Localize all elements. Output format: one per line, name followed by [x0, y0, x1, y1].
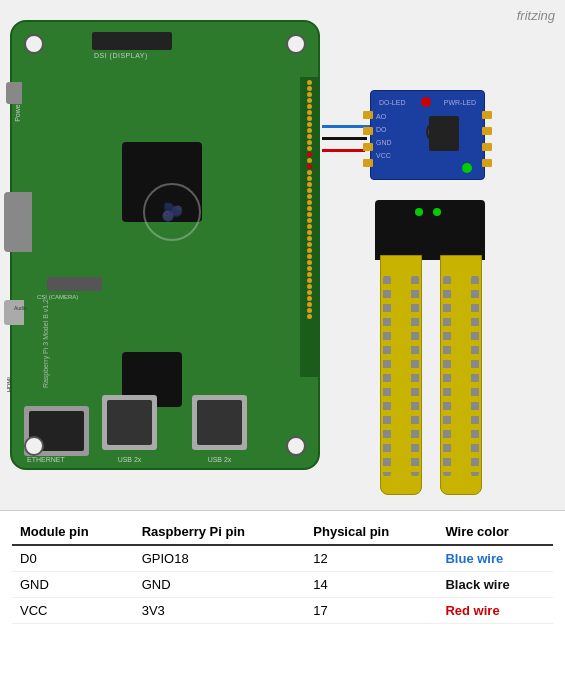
- probe-body: [375, 200, 485, 260]
- cell-physical-14: 14: [305, 572, 437, 598]
- sensor-module: DO-LED PWR-LED AO DO GND VCC: [370, 90, 485, 180]
- dsi-connector: [92, 32, 172, 50]
- gpio-pin: [307, 242, 312, 247]
- module-right-pin-3: [482, 143, 492, 151]
- module-pin-labels: AO DO GND VCC: [376, 113, 392, 159]
- gpio-pin-red: [307, 152, 312, 157]
- gpio-pin: [307, 284, 312, 289]
- probe-dot-1: [415, 208, 423, 216]
- cell-physical-17: 17: [305, 598, 437, 624]
- audio-port: [4, 300, 24, 325]
- pin-label-do: DO: [376, 126, 392, 133]
- gpio-pin: [307, 128, 312, 133]
- module-pin-gnd: [363, 143, 373, 151]
- gpio-pin: [307, 236, 312, 241]
- rpi-board: DSI (DISPLAY) Power: [10, 20, 320, 470]
- gpio-pin: [307, 116, 312, 121]
- gpio-pin: [307, 122, 312, 127]
- module-right-pin-1: [482, 111, 492, 119]
- table-row: D0 GPIO18 12 Blue wire: [12, 545, 553, 572]
- gpio-pin: [307, 176, 312, 181]
- usb-inner-1: [107, 400, 152, 445]
- power-label: Power: [14, 102, 21, 122]
- cell-module-pin-d0: D0: [12, 545, 134, 572]
- gpio-pin: [307, 248, 312, 253]
- gpio-pin: [307, 188, 312, 193]
- gpio-pin: [307, 218, 312, 223]
- col-module-pin: Module pin: [12, 519, 134, 545]
- gpio-pin: [307, 290, 312, 295]
- svg-text:🫐: 🫐: [161, 201, 184, 223]
- cell-wire-red: Red wire: [437, 598, 553, 624]
- csi-connector: [47, 277, 102, 291]
- gpio-pin: [307, 266, 312, 271]
- usb2-label: USB 2x: [192, 456, 247, 463]
- soil-probe: [360, 200, 500, 490]
- module-comparator-chip: [429, 116, 459, 151]
- gpio-pin: [307, 314, 312, 319]
- mount-hole-bl: [24, 436, 44, 456]
- hdmi-label: HDMI: [6, 377, 12, 392]
- module-pins-right: [482, 111, 492, 167]
- module-pins-left: [363, 111, 373, 167]
- pin-label-vcc: VCC: [376, 152, 392, 159]
- pin-label-gnd: GND: [376, 139, 392, 146]
- gpio-pin: [307, 92, 312, 97]
- usb1-label: USB 2x: [102, 456, 157, 463]
- gpio-pin: [307, 146, 312, 151]
- gpio-pin: [307, 194, 312, 199]
- gpio-pin: [307, 104, 312, 109]
- table-header: Module pin Raspberry Pi pin Physical pin…: [12, 519, 553, 545]
- module-pwr-led-light: [462, 163, 472, 173]
- module-do-led-label: DO-LED: [379, 99, 405, 106]
- table-body: D0 GPIO18 12 Blue wire GND GND 14 Black …: [12, 545, 553, 624]
- cell-rpi-pin-3v3: 3V3: [134, 598, 306, 624]
- gpio-pin: [307, 296, 312, 301]
- gpio-pin: [307, 254, 312, 259]
- gpio-pin: [307, 170, 312, 175]
- pi-model-text: Raspberry Pi 3 Model B v1.2: [42, 299, 49, 388]
- cell-module-pin-vcc: VCC: [12, 598, 134, 624]
- module-do-led-light: [421, 97, 431, 107]
- mount-hole-tr: [286, 34, 306, 54]
- gpio-pin: [307, 224, 312, 229]
- mount-hole-tl: [24, 34, 44, 54]
- gpio-pin-red: [307, 164, 312, 169]
- cell-physical-12: 12: [305, 545, 437, 572]
- red-wire: [322, 149, 365, 152]
- module-right-pin-2: [482, 127, 492, 135]
- gpio-pin: [307, 260, 312, 265]
- rpi-logo: 🫐: [142, 182, 202, 242]
- gpio-pin: [307, 212, 312, 217]
- table-area: Module pin Raspberry Pi pin Physical pin…: [0, 510, 565, 632]
- table-row: GND GND 14 Black wire: [12, 572, 553, 598]
- module-pin-ao: [363, 111, 373, 119]
- module-pin-do: [363, 127, 373, 135]
- gpio-pin: [307, 302, 312, 307]
- diagram-area: fritzing DSI (DISPLAY) Power: [0, 0, 565, 510]
- gpio-pin: [307, 86, 312, 91]
- cell-rpi-pin-gnd: GND: [134, 572, 306, 598]
- pin-label-ao: AO: [376, 113, 392, 120]
- gpio-pin: [307, 200, 312, 205]
- fritzing-label: fritzing: [517, 8, 555, 23]
- gpio-pin: [307, 206, 312, 211]
- col-rpi-pin: Raspberry Pi pin: [134, 519, 306, 545]
- cell-wire-black: Black wire: [437, 572, 553, 598]
- gpio-pin: [307, 230, 312, 235]
- col-wire-color: Wire color: [437, 519, 553, 545]
- gpio-pin: [307, 80, 312, 85]
- gpio-strip: [300, 77, 318, 377]
- table-row: VCC 3V3 17 Red wire: [12, 598, 553, 624]
- gpio-pin: [307, 158, 312, 163]
- audio-label: Audio: [14, 305, 27, 311]
- micro-usb-port: [6, 82, 22, 104]
- usb-port-2: [192, 395, 247, 450]
- gpio-pin: [307, 278, 312, 283]
- black-wire: [322, 137, 367, 140]
- ethernet-label: ETHERNET: [27, 456, 65, 463]
- cell-module-pin-gnd: GND: [12, 572, 134, 598]
- probe-dot-2: [433, 208, 441, 216]
- gpio-pin: [307, 134, 312, 139]
- cell-rpi-pin-gpio18: GPIO18: [134, 545, 306, 572]
